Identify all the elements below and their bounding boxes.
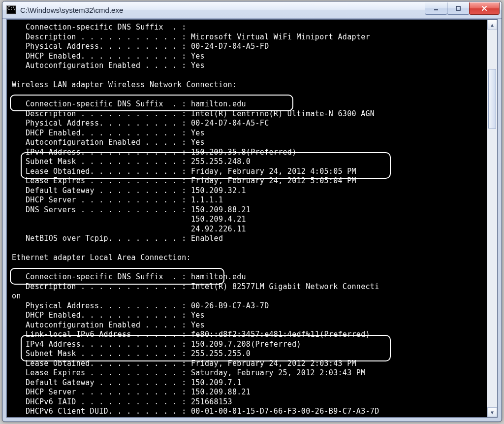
terminal-viewport[interactable]: Connection-specific DNS Suffix . : Descr… <box>7 20 487 417</box>
title-bar[interactable]: C:\Windows\system32\cmd.exe <box>2 1 502 19</box>
svg-rect-0 <box>456 6 460 10</box>
vertical-scrollbar[interactable]: ▲ ▼ <box>487 20 497 417</box>
scroll-up-button[interactable]: ▲ <box>487 20 497 30</box>
cmd-icon <box>6 5 16 14</box>
window-title: C:\Windows\system32\cmd.exe <box>20 6 425 14</box>
command-prompt-window: C:\Windows\system32\cmd.exe Connection-s… <box>2 1 502 422</box>
terminal-output: Connection-specific DNS Suffix . : Descr… <box>7 20 487 417</box>
scroll-down-button[interactable]: ▼ <box>487 407 497 417</box>
client-area: Connection-specific DNS Suffix . : Descr… <box>6 19 498 418</box>
minimize-button[interactable] <box>425 2 447 15</box>
window-controls <box>425 2 500 14</box>
maximize-button[interactable] <box>447 2 470 15</box>
scroll-thumb[interactable] <box>488 69 496 129</box>
close-button[interactable] <box>469 2 500 15</box>
